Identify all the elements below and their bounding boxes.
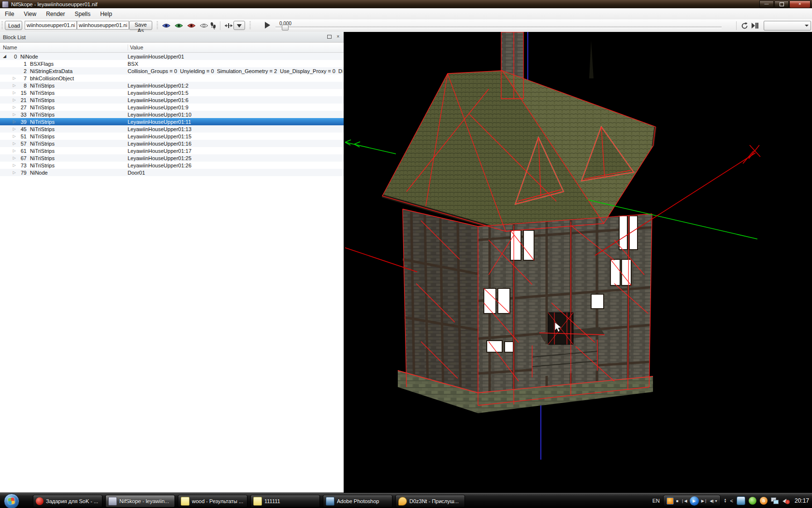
table-row[interactable]: ▷ 51 NiTriStrips LeyawiinHouseUpper01:15 [0, 133, 344, 140]
block-value: LeyawiinHouseUpper01:9 [128, 105, 188, 110]
block-id: 45 [17, 126, 27, 132]
play-button[interactable] [265, 22, 270, 29]
toolbar-grip[interactable] [1, 21, 3, 30]
table-row[interactable]: ▷ 39 NiTriStrips LeyawiinHouseUpper01:11 [0, 118, 344, 125]
table-row[interactable]: ▷ 45 NiTriStrips LeyawiinHouseUpper01:13 [0, 125, 344, 133]
expander-icon[interactable]: ▷ [12, 133, 17, 140]
expander-icon[interactable]: ▷ [12, 89, 17, 96]
expander-icon[interactable]: ▷ [12, 96, 17, 104]
menu-item[interactable]: View [19, 9, 41, 19]
windows-logo-icon [8, 497, 15, 505]
eye-blue-icon[interactable] [161, 21, 171, 30]
expander-icon[interactable]: ▷ [12, 75, 17, 82]
panel-title: Block List [3, 34, 26, 40]
float-panel-button[interactable] [326, 33, 333, 40]
maximize-button[interactable] [774, 0, 789, 8]
expander-icon[interactable]: ▷ [12, 125, 17, 133]
table-row[interactable]: ▷ 7 bhkCollisionObject [0, 75, 344, 82]
clock[interactable]: 20:17 [795, 497, 809, 504]
toolbar-grip[interactable] [249, 21, 251, 30]
block-name: NiNode [20, 54, 38, 60]
taskbar-item[interactable]: D0z3Nt - Прислуш... [395, 495, 465, 508]
table-row[interactable]: ▷ 57 NiTriStrips LeyawiinHouseUpper01:16 [0, 140, 344, 147]
menu-item[interactable]: Render [41, 9, 70, 19]
step-forward-icon[interactable] [750, 21, 760, 30]
view-dropdown-button[interactable] [233, 21, 245, 30]
loop-icon[interactable] [740, 21, 749, 30]
center-view-icon[interactable] [224, 21, 233, 30]
minimize-button[interactable]: — [759, 0, 774, 8]
menu-item[interactable]: Spells [70, 9, 96, 19]
block-id: 39 [17, 119, 27, 125]
animation-slider-handle[interactable] [282, 25, 289, 30]
toolbar-expand-icon[interactable]: ▲▼ [724, 498, 727, 503]
eye-green-icon[interactable] [174, 21, 184, 30]
save-as-button[interactable]: Save As [129, 21, 152, 30]
taskbar-item[interactable]: NifSkope - leyawiin... [105, 495, 175, 508]
eye-red-icon[interactable] [187, 21, 196, 30]
play-media-button[interactable]: ▶ [690, 496, 699, 506]
expander-icon[interactable]: ▷ [12, 169, 17, 176]
expander-icon[interactable]: ▷ [12, 111, 17, 118]
previous-button[interactable]: ❘◀ [681, 499, 687, 503]
taskbar-item[interactable]: Adobe Photoshop [323, 495, 392, 508]
close-panel-button[interactable]: × [334, 33, 342, 40]
system-tray: EN ■ ❘◀ ▶ ▶❘ ◀) ▾ ▲▼ < a 20:17 [652, 493, 809, 508]
winamp-icon[interactable] [667, 497, 674, 505]
eye-outline-icon[interactable] [199, 21, 209, 30]
expander-icon[interactable]: ▷ [12, 140, 17, 147]
doc-icon [253, 497, 262, 506]
animation-slider-track[interactable] [276, 27, 722, 29]
expander-icon[interactable]: ▷ [12, 104, 17, 111]
table-row[interactable]: ▷ 27 NiTriStrips LeyawiinHouseUpper01:9 [0, 104, 344, 111]
taskbar-item[interactable]: 111111 [250, 495, 320, 508]
footsteps-icon[interactable] [209, 21, 217, 30]
load-file-input[interactable] [25, 21, 77, 30]
table-row[interactable]: 2 NiStringExtraData Collision_Groups = 0… [0, 67, 344, 75]
table-row[interactable]: 1 BSXFlags BSX [0, 60, 344, 67]
agent-icon[interactable]: a [760, 497, 768, 505]
taskbar-item[interactable]: wood - Результаты ... [178, 495, 247, 508]
menu-item[interactable]: Help [95, 9, 117, 19]
expander-icon[interactable]: ▷ [12, 82, 17, 89]
close-button[interactable]: × [789, 0, 811, 8]
taskbar-item[interactable]: Задария для SoK - ... [33, 495, 102, 508]
stop-button[interactable]: ■ [676, 499, 679, 503]
table-row[interactable]: ▷ 79 NiNode Door01 [0, 169, 344, 176]
table-row[interactable]: ▷ 73 NiTriStrips LeyawiinHouseUpper01:26 [0, 162, 344, 169]
column-header-value[interactable]: Value [128, 45, 143, 50]
table-row[interactable]: ▷ 15 NiTriStrips LeyawiinHouseUpper01:5 [0, 89, 344, 96]
table-row[interactable]: ▷ 33 NiTriStrips LeyawiinHouseUpper01:10 [0, 111, 344, 118]
toolbar-grip[interactable] [157, 21, 158, 30]
table-row[interactable]: ◢ 0 NiNode LeyawiinHouseUpper01 [0, 53, 344, 60]
expander-icon[interactable]: ▷ [12, 162, 17, 169]
language-indicator[interactable]: EN [652, 498, 660, 504]
block-list-panel: Block List × Name Value ◢ 0 NiNode Leyaw… [0, 32, 344, 493]
table-row[interactable]: ▷ 67 NiTriStrips LeyawiinHouseUpper01:25 [0, 154, 344, 162]
load-button[interactable]: Load [5, 21, 22, 30]
taskbar-item-label: D0z3Nt - Прислуш... [409, 498, 461, 504]
block-value: LeyawiinHouseUpper01:25 [128, 155, 191, 161]
icq-flower-icon[interactable] [749, 497, 756, 505]
show-hidden-icons-chevron[interactable]: < [730, 498, 733, 504]
menu-item[interactable]: File [0, 9, 19, 19]
expander-icon[interactable]: ▷ [12, 154, 17, 162]
column-header-name[interactable]: Name [0, 45, 128, 50]
animation-combobox[interactable] [764, 21, 811, 30]
volume-button[interactable]: ◀) ▾ [710, 499, 717, 503]
table-row[interactable]: ▷ 61 NiTriStrips LeyawiinHouseUpper01:17 [0, 147, 344, 154]
save-file-input[interactable] [77, 21, 129, 30]
table-row[interactable]: ▷ 8 NiTriStrips LeyawiinHouseUpper01:2 [0, 82, 344, 89]
messenger-icon[interactable] [737, 496, 745, 505]
3d-viewport[interactable] [344, 32, 812, 493]
network-icon[interactable] [771, 497, 779, 505]
expander-icon[interactable]: ◢ [2, 53, 7, 60]
start-button[interactable] [4, 493, 19, 508]
expander-icon[interactable]: ▷ [12, 118, 17, 125]
expander-icon[interactable]: ▷ [12, 147, 17, 154]
opera-icon [36, 497, 44, 505]
volume-muted-icon[interactable] [782, 497, 790, 505]
dock-title-bar[interactable]: Block List × [0, 32, 344, 43]
table-row[interactable]: ▷ 21 NiTriStrips LeyawiinHouseUpper01:6 [0, 96, 344, 104]
next-button[interactable]: ▶❘ [701, 499, 708, 503]
